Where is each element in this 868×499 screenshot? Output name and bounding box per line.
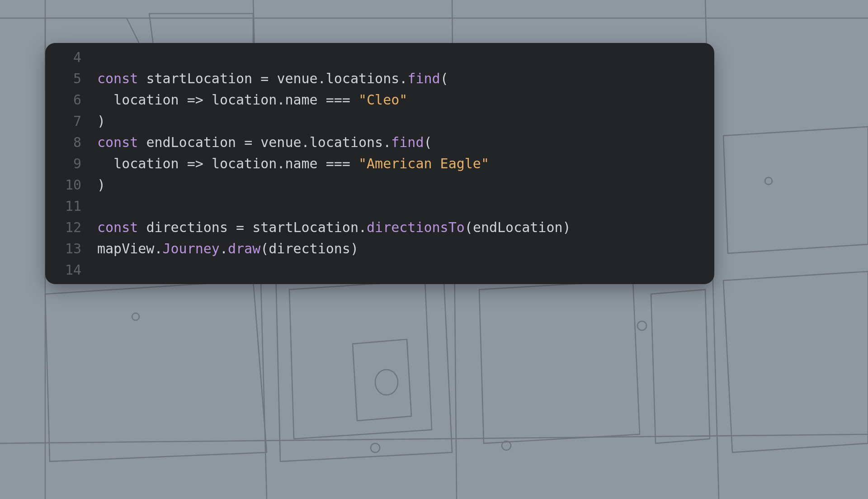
code-token: )	[563, 219, 571, 235]
svg-point-2	[637, 321, 646, 330]
code-token: .	[359, 219, 367, 235]
code-line: 13mapView.Journey.draw(directions)	[45, 238, 714, 259]
code-line: 6 location => location.name === "Cleo"	[45, 89, 714, 110]
code-token: =>	[187, 156, 212, 171]
code-token: locations	[326, 71, 400, 86]
code-line: 11	[45, 195, 714, 217]
code-token: location	[113, 156, 187, 171]
code-token: =	[236, 219, 252, 235]
svg-point-5	[765, 177, 772, 185]
code-token: (	[465, 219, 473, 235]
code-token	[97, 92, 113, 108]
code-token: const	[97, 134, 146, 150]
code-token: .	[220, 241, 228, 257]
code-token: draw	[228, 241, 260, 257]
code-token: const	[97, 71, 146, 86]
code-token: Journey	[163, 241, 220, 257]
code-token: find	[391, 134, 424, 150]
code-token: .	[277, 156, 285, 171]
code-line: 8const endLocation = venue.locations.fin…	[45, 132, 714, 153]
line-number: 7	[45, 110, 97, 132]
code-token: venue	[277, 71, 317, 86]
code-token: find	[407, 71, 440, 86]
code-token: "Cleo"	[359, 92, 407, 108]
code-line: 10)	[45, 174, 714, 195]
line-number: 5	[45, 68, 97, 89]
code-line: 14	[45, 259, 714, 280]
code-token: )	[97, 177, 105, 193]
code-token: (	[424, 134, 432, 150]
line-number: 13	[45, 238, 97, 259]
line-number: 10	[45, 174, 97, 195]
code-content: )	[97, 174, 714, 195]
code-content: mapView.Journey.draw(directions)	[97, 238, 714, 259]
code-token: .	[318, 71, 326, 86]
code-token: name	[285, 156, 326, 171]
code-token: (	[260, 241, 269, 257]
code-token: name	[285, 92, 326, 108]
code-token: mapView	[97, 241, 154, 257]
code-token: .	[302, 134, 310, 150]
svg-point-4	[132, 313, 139, 320]
line-number: 9	[45, 153, 97, 174]
code-token: ===	[326, 156, 359, 171]
code-content: location => location.name === "American …	[97, 153, 714, 174]
code-token: location	[212, 92, 277, 108]
code-token: directions	[146, 219, 236, 235]
code-token: (	[440, 71, 448, 86]
code-content: )	[97, 110, 714, 132]
code-token: )	[97, 113, 105, 129]
code-token: endLocation	[473, 219, 563, 235]
code-editor-card: 45const startLocation = venue.locations.…	[45, 43, 714, 284]
code-token	[97, 156, 113, 171]
code-token: startLocation	[252, 219, 359, 235]
code-token: endLocation	[146, 134, 244, 150]
code-token: =	[260, 71, 277, 86]
code-token: locations	[310, 134, 383, 150]
code-token: )	[350, 241, 359, 257]
line-number: 6	[45, 89, 97, 110]
code-token: =>	[187, 92, 212, 108]
code-line: 4	[45, 47, 714, 68]
line-number: 12	[45, 217, 97, 238]
code-token: .	[154, 241, 162, 257]
code-line: 9 location => location.name === "America…	[45, 153, 714, 174]
svg-point-0	[375, 370, 398, 395]
code-content: const startLocation = venue.locations.fi…	[97, 68, 714, 89]
line-number: 14	[45, 259, 97, 280]
code-content: location => location.name === "Cleo"	[97, 89, 714, 110]
code-token: "American Eagle"	[359, 156, 489, 171]
code-token: location	[113, 92, 187, 108]
line-number: 11	[45, 195, 97, 217]
line-number: 8	[45, 132, 97, 153]
code-line: 12const directions = startLocation.direc…	[45, 217, 714, 238]
code-line: 7)	[45, 110, 714, 132]
svg-point-1	[371, 443, 380, 452]
code-token: directionsTo	[367, 219, 465, 235]
code-token: location	[212, 156, 277, 171]
code-line: 5const startLocation = venue.locations.f…	[45, 68, 714, 89]
code-token: const	[97, 219, 146, 235]
code-token: directions	[269, 241, 350, 257]
code-content: const endLocation = venue.locations.find…	[97, 132, 714, 153]
code-content: const directions = startLocation.directi…	[97, 217, 714, 238]
code-token: startLocation	[146, 71, 260, 86]
code-token: ===	[326, 92, 359, 108]
code-token: venue	[260, 134, 301, 150]
code-token: .	[399, 71, 407, 86]
code-token: =	[244, 134, 260, 150]
line-number: 4	[45, 47, 97, 68]
code-token: .	[383, 134, 391, 150]
code-token: .	[277, 92, 285, 108]
